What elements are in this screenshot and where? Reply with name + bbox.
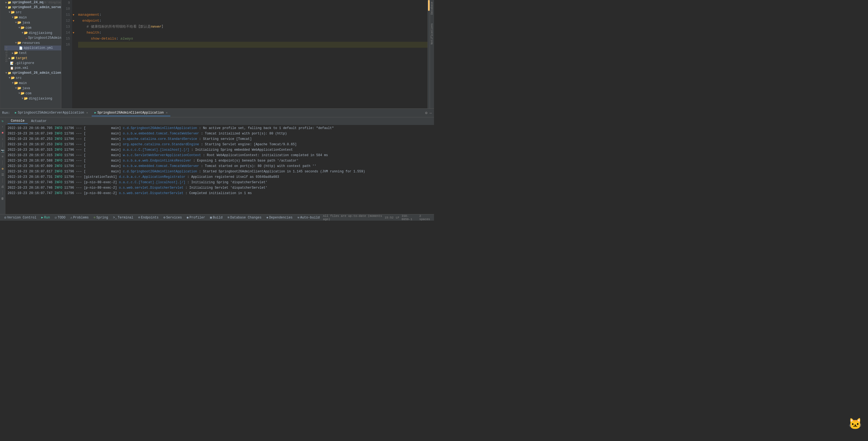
- tree-item-java25[interactable]: ▼ 📂 java: [4, 20, 61, 25]
- code-editor[interactable]: management: endpoint: # 健康指标的所有明细给不给看【默认…: [76, 0, 428, 108]
- tree-item-target25[interactable]: ▶ 📁 target: [4, 56, 61, 61]
- log-area[interactable]: 2022-10-23 20:16:06.705 INFO 11796 --- […: [5, 125, 434, 214]
- bottom-tab-version_control[interactable]: ◎Version Control: [2, 215, 38, 220]
- tree-item-java26[interactable]: ▼ 📂 java: [4, 86, 61, 91]
- fold-icon[interactable]: ≡: [0, 154, 5, 159]
- status-right: All files are up-to-date (moments ago) 1…: [323, 214, 432, 221]
- minimize-icon[interactable]: —: [430, 111, 432, 115]
- structure-label[interactable]: Structure: [5, 46, 8, 62]
- log-line: 2022-10-23 20:16:07.249 INFO 11796 --- […: [5, 131, 434, 136]
- log-class[interactable]: c.d.Springboot26AdminClientApplication: [123, 126, 197, 131]
- client-tab-close[interactable]: ✕: [166, 111, 167, 114]
- run-content: ↻ ↑ ■ ↓ 📷 ≡ ⚙ ☰ 🖨 🗑 Console A: [0, 117, 434, 214]
- tree-item-test25[interactable]: ▶ 📂 test: [4, 50, 61, 56]
- tree-item-app25[interactable]: ☕ Springboot25AdminServerApplication: [4, 35, 61, 40]
- bottom-tab-run[interactable]: ▶Run: [39, 215, 52, 220]
- bottom-tab-services[interactable]: ⚙Services: [161, 215, 184, 220]
- settings-icon[interactable]: ⚙: [425, 111, 427, 115]
- stop-icon[interactable]: ■: [0, 130, 5, 135]
- bottom-tab-profiler[interactable]: ◉Profiler: [184, 215, 207, 220]
- log-class[interactable]: o.a.c.c.C.[Tomcat].[localhost].[/]: [123, 147, 189, 152]
- tree-item-main25[interactable]: ▼ 📂 main: [4, 15, 61, 20]
- log-class[interactable]: o.s.b.w.embedded.tomcat.TomcatWebServer: [123, 131, 199, 136]
- tree-item-appyml[interactable]: 📄 application.yml: [4, 45, 61, 50]
- log-pid: 11796: [64, 185, 76, 191]
- log-class[interactable]: o.a.c.c.C.[Tomcat].[localhost].[/]: [119, 180, 186, 185]
- log-class[interactable]: o.s.web.servlet.DispatcherServlet: [119, 185, 184, 191]
- bottom-tab-spring[interactable]: ⊕Spring: [91, 215, 110, 220]
- log-level: INFO: [55, 158, 64, 164]
- settings2-icon[interactable]: ⚙: [0, 166, 5, 171]
- tree-item-springboot24[interactable]: ▶ 📁 springboot_24_mq D:\DingJiaxiong\Ide…: [4, 0, 61, 5]
- print-icon[interactable]: 🖨: [0, 184, 5, 189]
- scroll-up-icon[interactable]: ↑: [0, 125, 5, 129]
- log-line: 2022-10-23 20:16:07.731 INFO 11796 --- […: [5, 174, 434, 180]
- log-time: 2022-10-23 20:16:07.315: [8, 152, 55, 158]
- profiler-label: Profiler: [190, 216, 205, 219]
- tree-item-main26[interactable]: ▼ 📂 main: [4, 80, 61, 86]
- tree-item-springboot26[interactable]: ▼ 📁 springboot_26_admin_client D:\DingJi…: [4, 70, 61, 75]
- bottom-tab-terminal[interactable]: >_Terminal: [111, 215, 135, 220]
- log-class[interactable]: d.c.b.a.c.r.ApplicationRegistrator: [119, 174, 186, 180]
- tree-item-gitignore[interactable]: 📝 .gitignore: [4, 61, 61, 66]
- tree-item-src25[interactable]: ▼ 📂 src: [4, 10, 61, 15]
- tree-item-dingjiaxiong25[interactable]: ▼ 📂 dingjiaxiong: [4, 30, 61, 35]
- tree-item-pom[interactable]: 📋 pom.xml: [4, 66, 61, 70]
- log-class[interactable]: org.apache.catalina.core.StandardEngine: [123, 142, 199, 147]
- tree-item-com25[interactable]: ▼ 📂 com: [4, 25, 61, 30]
- database-panel-tab[interactable]: Database: [430, 0, 434, 16]
- bottom-tab-auto_build[interactable]: ⚒Auto-build: [296, 215, 322, 220]
- log-class[interactable]: o.s.web.servlet.DispatcherServlet: [119, 191, 184, 196]
- log-msg: : No active profile set, falling back to…: [197, 126, 334, 131]
- actuator-tab[interactable]: Actuator: [28, 119, 50, 124]
- bottom-tab-problems[interactable]: ⚠Problems: [68, 215, 91, 220]
- tree-item-src26[interactable]: ▼ 📂 src: [4, 75, 61, 80]
- run-tab-client[interactable]: ▶ Springboot26AdminClientApplication ✕: [92, 110, 170, 116]
- console-tab[interactable]: Console: [8, 118, 28, 124]
- notifications-panel-tab[interactable]: Notifications: [430, 22, 434, 46]
- colon15: :: [116, 36, 120, 42]
- fold-marker-12[interactable]: ▼: [73, 20, 74, 23]
- tree-item-springboot25[interactable]: ▼ 📁 springboot_25_admin_server D:\DingJi…: [4, 5, 61, 10]
- log-thread: main: [86, 147, 119, 152]
- log-class[interactable]: w.s.c.ServletWebServerApplicationContext: [123, 152, 201, 158]
- expand-icon26: ▼: [5, 72, 7, 74]
- tree-item-dingjiaxiong26[interactable]: ▼ 📂 dingjiaxiong: [4, 96, 61, 101]
- list-icon[interactable]: ☰: [0, 172, 5, 177]
- tree-item-com26[interactable]: ▼ 📂 com: [4, 91, 61, 96]
- log-pid: 11796: [64, 158, 76, 164]
- log-level: INFO: [55, 169, 64, 174]
- bottom-tab-todo[interactable]: ☑TODO: [53, 215, 67, 220]
- indent15: [78, 36, 91, 42]
- log-class[interactable]: o.apache.catalina.core.StandardService: [123, 136, 197, 142]
- run-tab-server[interactable]: ▶ Springboot25AdminServerApplication ✕: [12, 110, 91, 116]
- bottom-tab-endpoints[interactable]: ⊘Endpoints: [136, 215, 161, 220]
- bottom-tab-database_changes[interactable]: ≋Database Changes: [225, 215, 264, 220]
- bottom-tab-dependencies[interactable]: ◈Dependencies: [264, 215, 295, 220]
- project-icon26: 📁: [8, 71, 11, 75]
- editor-area: 9 10 11 12 13 14 15 16 ▼: [61, 0, 430, 108]
- screenshot-icon[interactable]: 📷: [0, 148, 5, 153]
- log-level: INFO: [55, 126, 64, 131]
- colon12: :: [99, 18, 101, 24]
- log-b1: [: [84, 169, 86, 174]
- log-class[interactable]: o.s.b.a.e.web.EndpointLinksResolver: [123, 158, 191, 164]
- log-pid: 11796: [64, 142, 76, 147]
- scroll-down-icon[interactable]: ↓: [0, 136, 5, 141]
- always-value: always: [120, 36, 133, 42]
- delete-icon[interactable]: 🗑: [0, 196, 5, 201]
- target25-label: target: [16, 56, 27, 60]
- log-thread: gistrationTask1: [86, 174, 115, 180]
- tree-item-resources25[interactable]: ▼ 📂 resources: [4, 40, 61, 45]
- fold-marker-14[interactable]: ▼: [73, 31, 74, 34]
- server-tab-close[interactable]: ✕: [86, 111, 88, 114]
- terminal-label: Terminal: [118, 216, 133, 219]
- log-class[interactable]: o.s.b.w.embedded.tomcat.TomcatWebServer: [123, 164, 199, 169]
- fold-marker-11[interactable]: ▼: [73, 13, 74, 16]
- log-line: 2022-10-23 20:16:07.746 INFO 11796 --- […: [5, 180, 434, 185]
- ln13: 13: [63, 24, 70, 30]
- log-class[interactable]: c.d.Springboot26AdminClientApplication: [123, 169, 197, 174]
- bottom-tab-build[interactable]: ▣Build: [208, 215, 225, 220]
- rerun-icon[interactable]: ↻: [0, 118, 5, 123]
- log-thread: main: [86, 152, 119, 158]
